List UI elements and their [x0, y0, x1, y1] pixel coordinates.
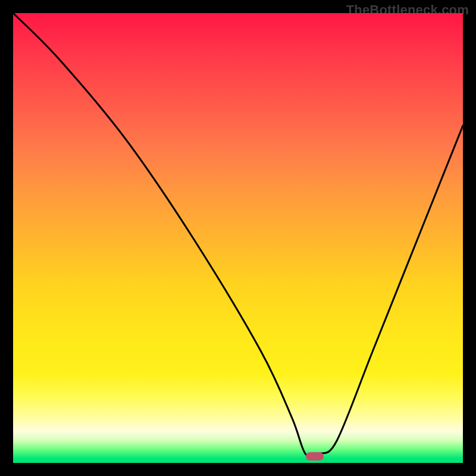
bottleneck-curve [13, 13, 463, 463]
optimum-marker [306, 452, 324, 461]
plot-area [13, 13, 463, 463]
chart-frame: TheBottleneck.com [0, 0, 476, 476]
